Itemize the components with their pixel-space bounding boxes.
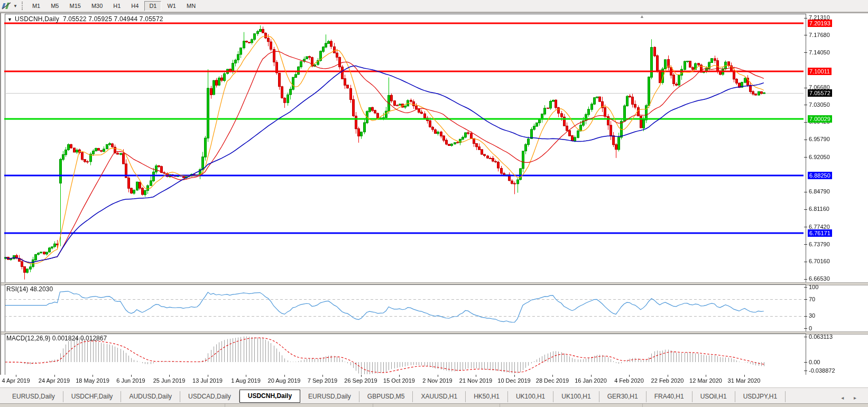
- date-axis-label: 15 Oct 2019: [383, 377, 415, 384]
- chart-template-icon[interactable]: [2, 2, 12, 10]
- chart-window: [0, 13, 868, 404]
- chart-quote-ohlc: 7.05522 7.05925 7.04944 7.05572: [63, 15, 163, 23]
- chart-tab-ger30-h1[interactable]: GER30,H1: [599, 391, 647, 402]
- date-axis-label: 31 Mar 2020: [728, 377, 761, 384]
- macd-axis-tick: -0.038872: [809, 367, 835, 374]
- price-level-badge: 7.10011: [808, 68, 832, 75]
- date-axis-label: 24 Apr 2019: [39, 377, 70, 384]
- price-axis-tick: 6.84790: [809, 188, 830, 195]
- date-axis-label: 4 Feb 2020: [614, 377, 644, 384]
- date-axis-label: 4 Apr 2019: [2, 377, 30, 384]
- price-axis-tick: 7.03050: [809, 101, 830, 108]
- timeframe-button-w1[interactable]: W1: [162, 1, 181, 11]
- price-level-badge: 6.88250: [808, 172, 832, 179]
- toolbar-grip[interactable]: [22, 2, 23, 10]
- price-axis-tick: 6.81160: [809, 206, 829, 212]
- chart-tab-xauusd-h1[interactable]: XAUUSD,H1: [413, 391, 466, 402]
- date-axis-label: 1 Aug 2019: [231, 377, 261, 384]
- chart-tab-usoil-h1[interactable]: USOil,H1: [692, 391, 735, 402]
- chart-tab-uk100-h1[interactable]: UK100,H1: [553, 391, 599, 402]
- rsi-indicator-label: RSI(14) 48.2030: [6, 285, 53, 293]
- rsi-axis-tick: 70: [809, 296, 815, 302]
- timeframe-button-h4[interactable]: H4: [126, 1, 143, 11]
- timeframe-button-m5[interactable]: M5: [46, 1, 63, 11]
- date-axis-label: 22 Feb 2020: [651, 377, 684, 384]
- date-axis-label: 26 Sep 2019: [344, 377, 377, 384]
- chart-tab-usdjpy-h1[interactable]: USDJPY,H1: [735, 391, 786, 402]
- price-axis-tick: 6.73790: [809, 241, 830, 247]
- date-axis-label: 28 Dec 2019: [536, 377, 569, 384]
- price-axis-tick: 6.70160: [809, 258, 830, 264]
- date-axis-label: 16 Jan 2020: [575, 377, 607, 384]
- timeframe-button-m30[interactable]: M30: [87, 1, 107, 11]
- chart-tab-fra40-h1[interactable]: FRA40,H1: [647, 391, 692, 402]
- price-axis-tick: 6.95790: [809, 136, 830, 142]
- status-strip: [0, 403, 868, 407]
- tab-scroll-arrows[interactable]: ◂ ▸: [841, 395, 861, 401]
- date-axis-label: 13 Jul 2019: [192, 377, 223, 384]
- chart-title[interactable]: ▼USDCNH,Daily 7.05522 7.05925 7.04944 7.…: [7, 15, 163, 23]
- date-axis-label: 6 Jun 2019: [116, 377, 145, 384]
- chart-tab-gbpusd-m5[interactable]: GBPUSD,M5: [359, 391, 413, 402]
- timeframe-button-m1[interactable]: M1: [27, 1, 45, 11]
- rsi-axis-tick: 0: [809, 325, 812, 331]
- chart-symbol-period: USDCNH,Daily: [15, 15, 59, 23]
- current-price-badge: 7.05572: [808, 89, 832, 97]
- macd-pane[interactable]: [5, 334, 806, 376]
- timeframe-toolbar: ▼ M1M5M15M30H1H4D1W1MN: [0, 0, 868, 13]
- rsi-pane[interactable]: [5, 284, 806, 332]
- chart-tab-uk100-h1[interactable]: UK100,H1: [508, 391, 553, 402]
- date-axis-label: 7 Sep 2019: [308, 377, 337, 384]
- date-axis-label: 25 Jun 2019: [153, 377, 186, 384]
- chart-tab-usdcad-daily[interactable]: USDCAD,Daily: [180, 391, 239, 402]
- macd-axis-tick: 0.00: [809, 359, 820, 365]
- scroll-up-arrow-icon[interactable]: ▲: [640, 14, 644, 19]
- date-axis-label: 2 Nov 2019: [422, 377, 452, 384]
- timeframe-button-h1[interactable]: H1: [108, 1, 125, 11]
- chart-tab-usdchf-daily[interactable]: USDCHF,Daily: [63, 391, 122, 402]
- price-axis-tick: 6.92050: [809, 154, 830, 160]
- date-axis-label: 21 Nov 2019: [459, 377, 492, 384]
- price-axis-tick: 7.17680: [809, 32, 830, 38]
- macd-indicator-label: MACD(12,26,9) 0.001824 0.012867: [6, 335, 107, 342]
- chart-tab-bar: EURUSD,DailyUSDCHF,DailyAUDUSD,DailyUSDC…: [0, 387, 868, 404]
- price-pane[interactable]: [5, 14, 806, 283]
- chart-tab-hk50-h1[interactable]: HK50,H1: [466, 391, 508, 402]
- price-level-badge: 6.76171: [808, 229, 832, 237]
- chart-tab-audusd-daily[interactable]: AUDUSD,Daily: [121, 391, 180, 402]
- date-axis-label: 10 Dec 2019: [497, 377, 530, 384]
- timeframe-buttons: M1M5M15M30H1H4D1W1MN: [27, 1, 201, 11]
- chart-tab-eurusd-daily[interactable]: EURUSD,Daily: [300, 391, 359, 402]
- timeframe-button-m15[interactable]: M15: [64, 1, 85, 11]
- timeframe-button-mn[interactable]: MN: [182, 1, 200, 11]
- price-level-badge: 7.20193: [808, 20, 832, 27]
- price-axis-tick: 6.66530: [809, 275, 830, 282]
- toolbar-dropdown-caret-icon[interactable]: ▼: [13, 4, 17, 8]
- mt4-terminal: ▼ M1M5M15M30H1H4D1W1MN ▼USDCNH,Daily 7.0…: [0, 0, 868, 407]
- date-axis-label: 12 Mar 2020: [689, 377, 722, 384]
- date-axis-label: 18 May 2019: [76, 377, 109, 384]
- price-axis-tick: 7.14050: [809, 49, 830, 56]
- date-axis-label: 20 Aug 2019: [268, 377, 301, 384]
- rsi-axis-tick: 100: [809, 284, 818, 290]
- rsi-axis-tick: 30: [809, 312, 815, 319]
- chart-tab-eurusd-daily[interactable]: EURUSD,Daily: [4, 391, 63, 402]
- macd-axis-tick: 0.063113: [809, 334, 833, 340]
- collapse-triangle-icon[interactable]: ▼: [7, 17, 12, 22]
- price-level-badge: 7.00029: [808, 115, 832, 123]
- timeframe-button-d1[interactable]: D1: [144, 1, 161, 11]
- chart-tab-usdcnh-daily[interactable]: USDCNH,Daily: [239, 390, 300, 403]
